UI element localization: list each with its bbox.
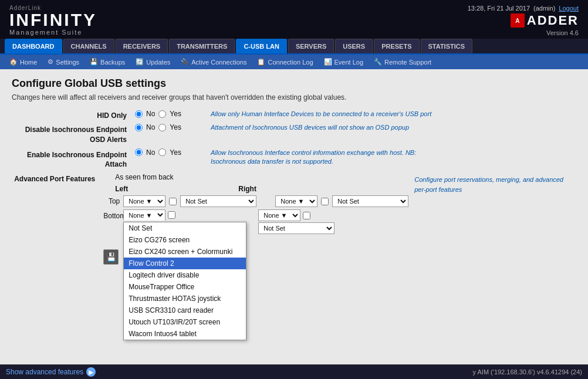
hid-only-no-radio[interactable] bbox=[135, 110, 143, 118]
tab-servers[interactable]: SERVERS bbox=[288, 39, 334, 53]
subnav-settings[interactable]: ⚙ Settings bbox=[43, 56, 84, 67]
disable-iso-controls: No Yes bbox=[135, 123, 181, 131]
tab-cusb-lan[interactable]: C-USB LAN bbox=[236, 39, 287, 53]
top-left-notset[interactable]: Not Set bbox=[180, 195, 256, 207]
disable-iso-row: Disable Isochronous Endpoint OSD Alerts … bbox=[12, 123, 576, 145]
bottom-right-notset[interactable]: Not Set bbox=[258, 222, 334, 234]
subnav-updates-label: Updates bbox=[146, 59, 170, 66]
tab-channels[interactable]: CHANNELS bbox=[63, 39, 114, 53]
left-col-header: Left bbox=[115, 185, 128, 193]
bottom-right-dropdown[interactable]: None ▼ bbox=[258, 209, 300, 221]
datetime-user: 13:28, Fri 21 Jul 2017 (admin) Logout bbox=[468, 5, 579, 12]
save-button[interactable]: 💾 bbox=[103, 249, 119, 265]
advanced-port-row: Advanced Port Features As seen from back… bbox=[12, 173, 576, 340]
hid-only-yes-radio[interactable] bbox=[158, 110, 166, 118]
dropdown-item-eizo-cg276[interactable]: Eizo CG276 screen bbox=[124, 234, 246, 246]
top-left-checkbox[interactable] bbox=[169, 198, 177, 205]
app-subtitle: Management Suite bbox=[9, 29, 97, 36]
dropdown-item-logitech[interactable]: Logitech driver disable bbox=[124, 269, 246, 281]
header: AdderLink INFINITY Management Suite 13:2… bbox=[0, 0, 588, 39]
bottom-left-dropdown[interactable]: None ▼ bbox=[123, 209, 165, 221]
subnav-backups[interactable]: 💾 Backups bbox=[85, 56, 130, 67]
enable-iso-no-radio[interactable] bbox=[135, 148, 143, 156]
advanced-port-main: As seen from back Left Right Top None ▼ bbox=[103, 173, 408, 340]
disable-iso-label: Disable Isochronous Endpoint OSD Alerts bbox=[12, 123, 135, 145]
hid-only-yes-label: Yes bbox=[170, 110, 181, 118]
dropdown-item-thrustmaster[interactable]: Thrustmaster HOTAS joystick bbox=[124, 293, 246, 304]
subnav-active-connections[interactable]: 🔌 Active Connections bbox=[176, 56, 251, 67]
username: (admin) bbox=[533, 5, 555, 12]
datetime: 13:28, Fri 21 Jul 2017 bbox=[468, 5, 530, 12]
subnav-home-label: Home bbox=[20, 59, 37, 66]
enable-iso-hint: Allow Isochronous Interface control info… bbox=[211, 148, 434, 167]
tab-transmitters[interactable]: TRANSMITTERS bbox=[169, 39, 235, 53]
tab-dashboard[interactable]: DASHBOARD bbox=[5, 39, 62, 53]
bottom-right-group: None ▼ Not Set bbox=[258, 209, 334, 234]
enable-iso-label: Enable Isochronous Endpoint Attach bbox=[12, 148, 135, 170]
enable-iso-row: Enable Isochronous Endpoint Attach No Ye… bbox=[12, 148, 576, 170]
home-icon: 🏠 bbox=[9, 58, 18, 66]
disable-iso-yes-radio[interactable] bbox=[158, 124, 166, 131]
dropdown-item-utouch[interactable]: Utouch UT103/IR/20T screen bbox=[124, 316, 246, 328]
remote-support-icon: 🔧 bbox=[374, 58, 382, 66]
disable-iso-no-radio[interactable] bbox=[135, 124, 143, 131]
bottom-port-row: Bottom None ▼ Not Set Eizo CG276 screen … bbox=[103, 209, 408, 340]
dropdown-item-usb-scr[interactable]: USB SCR3310 card reader bbox=[124, 304, 246, 316]
enable-iso-controls: No Yes bbox=[135, 148, 181, 157]
main-content: Configure Global USB settings Changes he… bbox=[0, 69, 588, 373]
subnav-connection-log[interactable]: 📋 Connection Log bbox=[252, 56, 317, 67]
top-right-dropdown[interactable]: None ▼ bbox=[275, 195, 317, 207]
tab-users[interactable]: USERS bbox=[335, 39, 373, 53]
status-text: y AIM ('192.168.30.6') v4.6.41294 (24) bbox=[473, 368, 582, 375]
bottom-label: Bottom bbox=[103, 209, 120, 220]
hid-only-label: HID Only bbox=[12, 110, 135, 120]
bottom-left-checkbox[interactable] bbox=[168, 211, 175, 219]
tab-presets[interactable]: PRESETS bbox=[374, 39, 419, 53]
bottom-left-none-row: None ▼ bbox=[123, 209, 246, 221]
page-title: Configure Global USB settings bbox=[12, 77, 576, 90]
header-right: 13:28, Fri 21 Jul 2017 (admin) Logout A … bbox=[468, 5, 579, 36]
enable-iso-yes-radio[interactable] bbox=[158, 148, 166, 156]
version: Version 4.6 bbox=[546, 29, 579, 36]
backups-icon: 💾 bbox=[90, 58, 98, 66]
bottom-left-dropdown-open: Not Set Eizo CG276 screen Eizo CX240 scr… bbox=[123, 222, 246, 340]
subnav-remote-support-label: Remote Support bbox=[384, 59, 431, 66]
subnav-active-connections-label: Active Connections bbox=[191, 59, 246, 66]
disable-iso-hint: Attachment of Isochronous USB devices wi… bbox=[211, 123, 409, 132]
subnav-home[interactable]: 🏠 Home bbox=[5, 56, 42, 67]
bottom-left-group: None ▼ Not Set Eizo CG276 screen Eizo CX… bbox=[123, 209, 246, 340]
hid-only-row: HID Only No Yes Allow only Human Interfa… bbox=[12, 110, 576, 120]
show-advanced-label: Show advanced features bbox=[6, 368, 83, 376]
disable-iso-no-label: No bbox=[146, 123, 155, 131]
dropdown-item-eizo-cx240[interactable]: Eizo CX240 screen + Colormunki bbox=[124, 246, 246, 258]
adder-logo-row: A ADDER bbox=[511, 13, 579, 28]
dropdown-item-notset1[interactable]: Not Set bbox=[124, 222, 246, 234]
hid-only-controls: No Yes bbox=[135, 110, 181, 118]
bottom-right-checkbox[interactable] bbox=[303, 212, 310, 219]
event-log-icon: 📊 bbox=[324, 58, 332, 66]
dropdown-item-mousetrapper[interactable]: MouseTrapper Office bbox=[124, 281, 246, 293]
as-seen-label: As seen from back bbox=[115, 173, 408, 181]
tab-receivers[interactable]: RECEIVERS bbox=[116, 39, 168, 53]
bottom-bar: Show advanced features ▶ y AIM ('192.168… bbox=[0, 364, 588, 379]
advanced-port-label: Advanced Port Features bbox=[12, 173, 103, 183]
settings-icon: ⚙ bbox=[48, 58, 53, 66]
enable-iso-no-label: No bbox=[146, 148, 155, 157]
subnav-event-log[interactable]: 📊 Event Log bbox=[319, 56, 369, 67]
top-left-dropdown[interactable]: None ▼ bbox=[123, 195, 165, 207]
top-right-checkbox[interactable] bbox=[321, 198, 329, 205]
subnav-updates[interactable]: 🔄 Updates bbox=[131, 56, 175, 67]
top-right-notset[interactable]: Not Set bbox=[332, 195, 408, 207]
logout-link[interactable]: Logout bbox=[559, 5, 579, 12]
subnav-event-log-label: Event Log bbox=[334, 59, 364, 66]
subnav-remote-support[interactable]: 🔧 Remote Support bbox=[369, 56, 436, 67]
bottom-right-none-row: None ▼ bbox=[258, 209, 334, 221]
dropdown-item-wacom[interactable]: Wacom Intuos4 tablet bbox=[124, 328, 246, 340]
circle-icon: ▶ bbox=[86, 367, 96, 377]
tab-statistics[interactable]: STATISTICS bbox=[421, 39, 473, 53]
show-advanced[interactable]: Show advanced features ▶ bbox=[6, 367, 96, 377]
dropdown-item-flow-control[interactable]: Flow Control 2 bbox=[124, 258, 246, 269]
adder-brand: ADDER bbox=[527, 13, 579, 28]
subnav-settings-label: Settings bbox=[56, 59, 79, 66]
active-connections-icon: 🔌 bbox=[181, 58, 189, 66]
